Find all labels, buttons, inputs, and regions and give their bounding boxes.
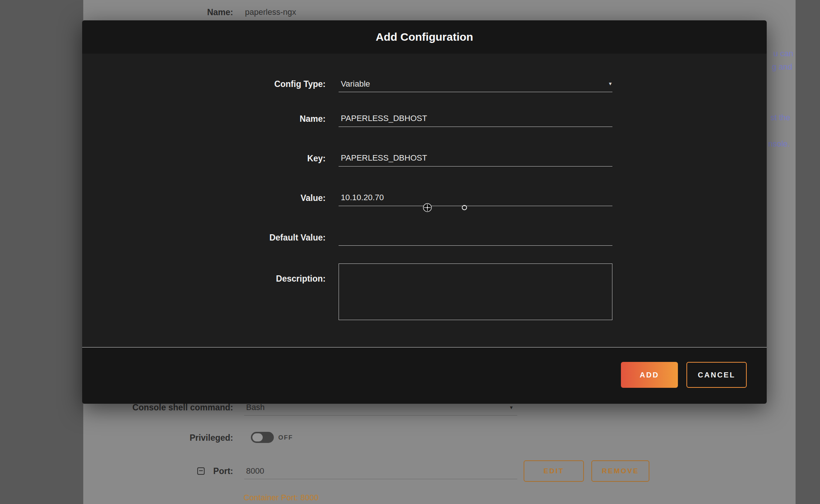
bg-text-fragment: nsole. [768,139,790,149]
key-label: Key: [178,150,326,167]
name-row: Name: [178,111,612,127]
value-row: Value: [178,190,612,206]
config-type-label: Config Type: [178,76,326,92]
default-value-input[interactable] [339,229,612,245]
key-input[interactable] [339,150,612,166]
port-underline [244,479,517,479]
remove-button[interactable]: REMOVE [591,460,649,482]
value-input[interactable] [339,190,612,205]
bg-name-value: paperless-ngx [245,7,296,18]
bg-text-fragment: st the [770,113,790,122]
name-label: Name: [178,111,326,127]
container-port-text: Container Port: 8000 [243,492,319,503]
config-type-value: Variable [339,76,612,92]
description-label: Description: [178,271,326,286]
toggle-knob [252,433,263,441]
edit-button[interactable]: EDIT [524,460,584,482]
pointer-dot-icon [462,205,467,210]
key-row: Key: [178,150,612,167]
privileged-toggle[interactable] [251,432,274,443]
modal-footer-divider [82,347,767,347]
bg-text-fragment: g and [772,62,792,72]
cancel-button[interactable]: CANCEL [686,362,747,388]
name-field-wrap [339,111,612,127]
privileged-label: Privileged: [74,432,233,443]
config-type-select[interactable]: Variable ▾ [339,76,612,92]
value-label: Value: [178,190,326,206]
port-value[interactable]: 8000 [246,466,264,477]
default-value-label: Default Value: [178,229,326,246]
value-field-wrap [339,190,612,206]
bg-text-fragment: u can [773,49,793,58]
description-textarea[interactable] [339,263,612,320]
port-label: Port: [185,466,233,477]
privileged-state-label: OFF [278,432,293,443]
default-value-row: Default Value: [178,229,612,246]
default-value-field-wrap [339,229,612,246]
config-type-row: Config Type: Variable ▾ [178,76,612,92]
chevron-down-icon: ▾ [609,81,612,86]
key-field-wrap [339,150,612,167]
console-shell-underline [244,415,517,416]
bg-name-label: Name: [185,7,233,18]
name-input[interactable] [339,111,612,126]
chevron-down-icon: ▾ [510,404,513,411]
pointer-crosshair-icon [422,202,433,215]
modal-title: Add Configuration [82,31,767,43]
add-button[interactable]: ADD [621,362,678,388]
